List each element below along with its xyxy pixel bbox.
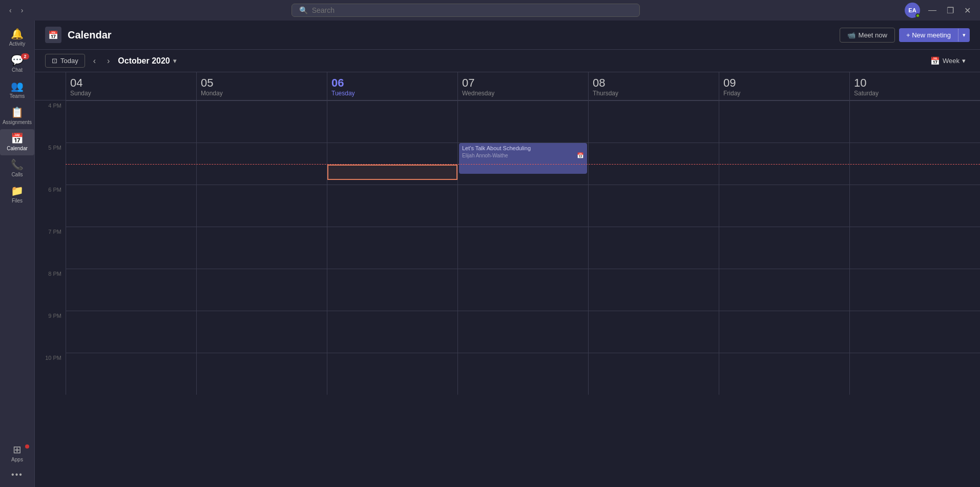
cell-10pm-sun[interactable] — [66, 353, 196, 395]
cell-5pm-fri[interactable] — [719, 143, 849, 185]
assignments-icon: 📋 — [11, 107, 24, 117]
cell-7pm-fri[interactable] — [719, 227, 849, 269]
cell-7pm-wed[interactable] — [457, 227, 588, 269]
apps-notification-dot — [25, 444, 29, 449]
nav-back-button[interactable]: ‹ — [6, 4, 15, 16]
sidebar-item-apps[interactable]: ⊞ Apps — [0, 440, 34, 466]
cell-7pm-sun[interactable] — [66, 227, 196, 269]
time-label-9pm: 9 PM — [35, 311, 66, 353]
sidebar-item-label: Chat — [12, 67, 23, 73]
cell-6pm-fri[interactable] — [719, 185, 849, 227]
cell-4pm-tue[interactable] — [327, 100, 457, 143]
sidebar-item-label: Apps — [11, 457, 23, 462]
cell-9pm-sun[interactable] — [66, 311, 196, 353]
cell-7pm-sat[interactable] — [849, 227, 980, 269]
sidebar-item-activity[interactable]: 🔔 Activity — [0, 25, 34, 51]
sidebar-item-label: Assignments — [3, 119, 32, 125]
event-calendar-icon: 📅 — [577, 152, 584, 159]
cell-8pm-sat[interactable] — [849, 269, 980, 311]
search-input[interactable] — [312, 6, 632, 14]
cell-4pm-mon[interactable] — [196, 100, 327, 143]
time-label-5pm: 5 PM — [35, 143, 66, 185]
cell-10pm-tue[interactable] — [327, 353, 457, 395]
sidebar-item-more[interactable]: ••• — [0, 466, 34, 483]
window-controls: — ❐ ✕ — [925, 5, 974, 16]
cell-9pm-wed[interactable] — [457, 311, 588, 353]
cell-10pm-fri[interactable] — [719, 353, 849, 395]
cell-4pm-sat[interactable] — [849, 100, 980, 143]
cell-5pm-thu[interactable] — [588, 143, 719, 185]
sidebar-item-calls[interactable]: 📞 Calls — [0, 155, 34, 181]
cell-6pm-tue[interactable] — [327, 185, 457, 227]
cell-6pm-sun[interactable] — [66, 185, 196, 227]
calendar-body[interactable]: 4 PM 5 PM — [35, 100, 980, 487]
restore-button[interactable]: ❐ — [944, 5, 957, 16]
sidebar-item-assignments[interactable]: 📋 Assignments — [0, 103, 34, 129]
time-label-8pm: 8 PM — [35, 269, 66, 311]
cell-6pm-wed[interactable] — [457, 185, 588, 227]
month-year-selector[interactable]: October 2020 ▾ — [118, 56, 176, 66]
cell-10pm-wed[interactable] — [457, 353, 588, 395]
cell-10pm-sat[interactable] — [849, 353, 980, 395]
next-week-button[interactable]: › — [104, 54, 113, 68]
nav-forward-button[interactable]: › — [18, 4, 27, 16]
new-meeting-button[interactable]: + New meeting — [899, 28, 958, 42]
cell-5pm-mon[interactable] — [196, 143, 327, 185]
cell-8pm-tue[interactable] — [327, 269, 457, 311]
main-layout: 🔔 Activity 💬 Chat 2 👥 Teams 📋 Assignment… — [0, 21, 980, 487]
calendar-title-area: 📅 Calendar — [45, 27, 112, 43]
cell-5pm-wed[interactable]: Let's Talk About Scheduling Elijah Annoh… — [457, 143, 588, 185]
cell-9pm-mon[interactable] — [196, 311, 327, 353]
cell-9pm-sat[interactable] — [849, 311, 980, 353]
calendar-page-header: 📅 Calendar 📹 Meet now + New meeting ▾ — [35, 21, 980, 50]
sidebar-item-label: Teams — [10, 93, 25, 99]
day-number: 04 — [70, 77, 192, 89]
cell-4pm-thu[interactable] — [588, 100, 719, 143]
sidebar-item-calendar[interactable]: 📅 Calendar — [0, 129, 34, 155]
cell-8pm-wed[interactable] — [457, 269, 588, 311]
cell-8pm-thu[interactable] — [588, 269, 719, 311]
minimize-button[interactable]: — — [925, 5, 940, 16]
sidebar-item-teams[interactable]: 👥 Teams — [0, 77, 34, 103]
time-label-10pm: 10 PM — [35, 353, 66, 395]
month-year-label: October 2020 — [118, 56, 170, 66]
cell-5pm-sun[interactable] — [66, 143, 196, 185]
new-meeting-slot[interactable] — [327, 165, 457, 180]
new-meeting-dropdown-button[interactable]: ▾ — [958, 29, 970, 42]
cell-4pm-sun[interactable] — [66, 100, 196, 143]
event-lets-talk[interactable]: Let's Talk About Scheduling Elijah Annoh… — [459, 143, 587, 174]
view-label: Week — [943, 57, 960, 65]
cell-9pm-fri[interactable] — [719, 311, 849, 353]
cell-7pm-tue[interactable] — [327, 227, 457, 269]
avatar[interactable]: EA — [905, 3, 920, 18]
cell-6pm-thu[interactable] — [588, 185, 719, 227]
cell-5pm-sat[interactable] — [849, 143, 980, 185]
cell-8pm-fri[interactable] — [719, 269, 849, 311]
cell-8pm-mon[interactable] — [196, 269, 327, 311]
time-row-9pm: 9 PM — [35, 311, 980, 353]
cell-9pm-tue[interactable] — [327, 311, 457, 353]
calendar-nav-left: ⊡ Today ‹ › October 2020 ▾ — [45, 54, 176, 68]
cell-8pm-sun[interactable] — [66, 269, 196, 311]
close-button[interactable]: ✕ — [961, 5, 974, 16]
cell-4pm-wed[interactable] — [457, 100, 588, 143]
cell-5pm-tue[interactable] — [327, 143, 457, 185]
cell-9pm-thu[interactable] — [588, 311, 719, 353]
chat-badge: 2 — [21, 53, 29, 59]
time-row-5pm: 5 PM Let's Talk About Scheduling Elijah … — [35, 143, 980, 185]
week-view-button[interactable]: 📅 Week ▾ — [926, 54, 970, 68]
sidebar-item-chat[interactable]: 💬 Chat 2 — [0, 51, 34, 77]
cell-6pm-sat[interactable] — [849, 185, 980, 227]
today-button[interactable]: ⊡ Today — [45, 54, 85, 68]
cell-6pm-mon[interactable] — [196, 185, 327, 227]
search-bar[interactable]: 🔍 — [291, 4, 640, 17]
cell-10pm-thu[interactable] — [588, 353, 719, 395]
cell-10pm-mon[interactable] — [196, 353, 327, 395]
prev-week-button[interactable]: ‹ — [90, 54, 99, 68]
day-header-fri: 09 Friday — [719, 72, 849, 100]
sidebar-item-files[interactable]: 📁 Files — [0, 181, 34, 208]
cell-7pm-mon[interactable] — [196, 227, 327, 269]
cell-7pm-thu[interactable] — [588, 227, 719, 269]
cell-4pm-fri[interactable] — [719, 100, 849, 143]
meet-now-button[interactable]: 📹 Meet now — [840, 28, 895, 43]
